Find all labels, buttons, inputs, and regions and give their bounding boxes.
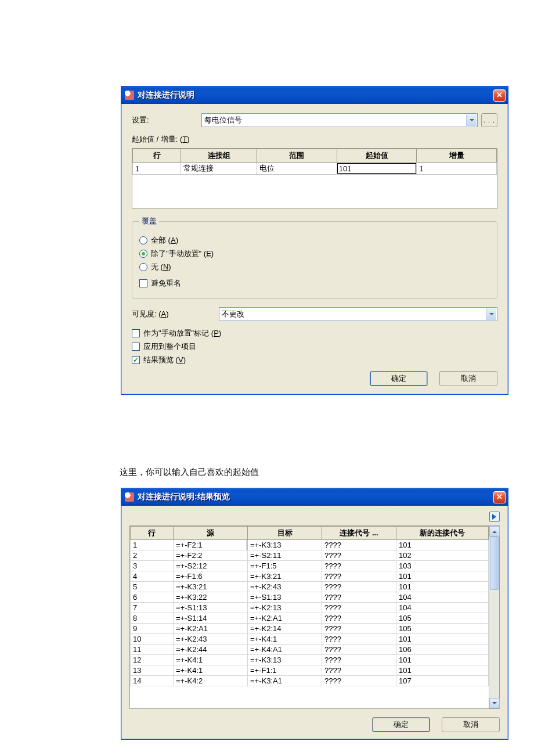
title-bar[interactable]: 对连接进行说明 ✕ <box>121 87 508 104</box>
cancel-button[interactable]: 取消 <box>439 371 497 386</box>
scroll-thumb[interactable] <box>490 537 499 590</box>
cell-target[interactable]: =+-F1:1 <box>248 665 322 676</box>
cell-code[interactable]: ???? <box>322 550 396 561</box>
settings-select[interactable]: 每电位信号 <box>201 113 478 127</box>
cell-code[interactable]: ???? <box>322 603 396 613</box>
cell-source[interactable]: =+-F2:1 <box>174 540 248 550</box>
cell-newcode[interactable]: 104 <box>396 603 489 613</box>
cell-source[interactable]: =+-K4:1 <box>174 655 248 665</box>
cell-newcode[interactable]: 101 <box>396 582 489 592</box>
grid-row[interactable]: 1 常规连接 电位 1 <box>133 163 497 175</box>
cell-target[interactable]: =+-K3:21 <box>248 571 322 582</box>
cell-code[interactable]: ???? <box>322 676 396 686</box>
cell-row[interactable]: 13 <box>131 665 174 676</box>
title-bar[interactable]: 对连接进行说明:结果预览 ✕ <box>121 488 508 506</box>
cell-source[interactable]: =+-K4:1 <box>174 665 248 676</box>
cell-target[interactable]: =+-K2:13 <box>248 603 322 613</box>
cell-source[interactable]: =+-F1:6 <box>174 571 248 582</box>
cell-source[interactable]: =+-F2:2 <box>174 550 248 561</box>
scroll-down-icon[interactable] <box>489 698 500 708</box>
cell-row[interactable]: 5 <box>131 582 174 592</box>
table-row[interactable]: 8=+-S1:14=+-K2:A1????105 <box>131 613 489 624</box>
cell-newcode[interactable]: 101 <box>396 634 489 645</box>
table-row[interactable]: 6=+-K3:22=+-S1:13????104 <box>131 592 489 603</box>
cell-newcode[interactable]: 102 <box>396 550 489 561</box>
cell-row[interactable]: 9 <box>131 624 174 634</box>
cell-target[interactable]: =+-S2:11 <box>248 550 322 561</box>
cell-code[interactable]: ???? <box>322 540 396 550</box>
cell-start[interactable] <box>337 163 417 175</box>
cell-target[interactable]: =+-S1:13 <box>248 592 322 603</box>
table-row[interactable]: 11=+-K2:44=+-K4:A1????106 <box>131 645 489 655</box>
cell-row[interactable]: 7 <box>131 603 174 613</box>
cell-code[interactable]: ???? <box>322 645 396 655</box>
cell-row[interactable]: 12 <box>131 655 174 665</box>
cell-code[interactable]: ???? <box>322 571 396 582</box>
cell-newcode[interactable]: 101 <box>396 655 489 665</box>
cancel-button[interactable]: 取消 <box>442 717 500 732</box>
cell-source[interactable]: =+-K2:44 <box>174 645 248 655</box>
checkbox-avoid-duplicate[interactable] <box>139 279 147 287</box>
cell-row[interactable]: 4 <box>131 571 174 582</box>
cell-code[interactable]: ???? <box>322 655 396 665</box>
close-icon[interactable]: ✕ <box>493 89 506 102</box>
cell-source[interactable]: =+-S1:13 <box>174 603 248 613</box>
cell-group[interactable]: 常规连接 <box>181 163 257 175</box>
cell-inc[interactable]: 1 <box>417 163 497 175</box>
cell-newcode[interactable]: 105 <box>396 613 489 624</box>
start-value-input[interactable] <box>337 163 417 174</box>
cell-source[interactable]: =+-K4:2 <box>174 676 248 686</box>
table-row[interactable]: 3=+-S2:12=+-F1:5????103 <box>131 561 489 571</box>
table-row[interactable]: 1=+-F2:1=+-K3:13????101 <box>131 540 489 550</box>
cell-row[interactable]: 8 <box>131 613 174 624</box>
scroll-up-icon[interactable] <box>489 526 500 537</box>
cell-target[interactable]: =+-K3:13 <box>248 655 322 665</box>
cell-target[interactable]: =+-K2:43 <box>248 582 322 592</box>
cell-range[interactable]: 电位 <box>257 163 337 175</box>
cell-code[interactable]: ???? <box>322 624 396 634</box>
cell-code[interactable]: ???? <box>322 592 396 603</box>
radio-except-manual[interactable] <box>139 250 147 258</box>
cell-code[interactable]: ???? <box>322 665 396 676</box>
vertical-scrollbar[interactable] <box>489 526 499 708</box>
table-row[interactable]: 5=+-K3:21=+-K2:43????101 <box>131 582 489 592</box>
ok-button[interactable]: 确定 <box>370 371 428 386</box>
ok-button[interactable]: 确定 <box>372 717 430 732</box>
cell-source[interactable]: =+-S1:14 <box>174 613 248 624</box>
cell-newcode[interactable]: 105 <box>396 624 489 634</box>
cell-target[interactable]: =+-K2:14 <box>248 624 322 634</box>
cell-newcode[interactable]: 103 <box>396 561 489 571</box>
table-row[interactable]: 10=+-K2:43=+-K4:1????101 <box>131 634 489 645</box>
cell-row[interactable]: 14 <box>131 676 174 686</box>
cell-target[interactable]: =+-K3:A1 <box>248 676 322 686</box>
table-row[interactable]: 12=+-K4:1=+-K3:13????101 <box>131 655 489 665</box>
cell-row[interactable]: 6 <box>131 592 174 603</box>
table-row[interactable]: 13=+-K4:1=+-F1:1????101 <box>131 665 489 676</box>
table-row[interactable]: 7=+-S1:13=+-K2:13????104 <box>131 603 489 613</box>
cell-row[interactable]: 3 <box>131 561 174 571</box>
cell-row[interactable]: 11 <box>131 645 174 655</box>
cell-code[interactable]: ???? <box>322 613 396 624</box>
cell-row[interactable]: 1 <box>131 540 174 550</box>
table-row[interactable]: 4=+-F1:6=+-K3:21????101 <box>131 571 489 582</box>
chevron-down-icon[interactable] <box>486 308 496 320</box>
cell-code[interactable]: ???? <box>322 582 396 592</box>
cell-row[interactable]: 10 <box>131 634 174 645</box>
play-button[interactable] <box>489 512 500 522</box>
cell-row[interactable]: 1 <box>133 163 181 175</box>
cell-source[interactable]: =+-K3:22 <box>174 592 248 603</box>
cell-code[interactable]: ???? <box>322 561 396 571</box>
cell-newcode[interactable]: 107 <box>396 676 489 686</box>
settings-more-button[interactable]: . . . <box>481 113 497 127</box>
cell-source[interactable]: =+-K3:21 <box>174 582 248 592</box>
cell-code[interactable]: ???? <box>322 634 396 645</box>
cell-newcode[interactable]: 106 <box>396 645 489 655</box>
table-row[interactable]: 14=+-K4:2=+-K3:A1????107 <box>131 676 489 686</box>
cell-newcode[interactable]: 104 <box>396 592 489 603</box>
visibility-select[interactable]: 不更改 <box>219 307 497 321</box>
close-icon[interactable]: ✕ <box>493 491 506 503</box>
cell-target[interactable]: =+-K4:1 <box>248 634 322 645</box>
cell-newcode[interactable]: 101 <box>396 540 489 550</box>
radio-none[interactable] <box>139 263 147 271</box>
radio-all[interactable] <box>139 236 147 244</box>
